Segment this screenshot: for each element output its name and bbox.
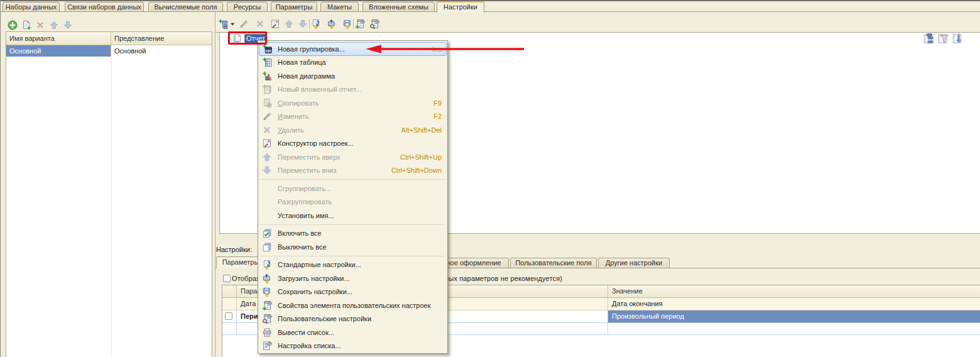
menu-item-22[interactable]: Свойства элемента пользовательских настр…	[259, 299, 447, 312]
list-cfg-icon	[262, 341, 272, 351]
arrow-down-dis-icon	[63, 20, 73, 30]
save-settings-icon	[342, 19, 352, 29]
menu-item-17[interactable]: Выключить все	[259, 240, 447, 254]
add-variant-button[interactable]	[8, 19, 19, 31]
menu-item-label: Установить имя...	[278, 212, 334, 219]
period-use-checkbox[interactable]	[225, 312, 232, 320]
menu-item-label: Новая таблица	[278, 58, 326, 66]
parameter-value-cell[interactable]: Дата окончания	[608, 298, 980, 310]
menu-item-label: Переместить вверх	[278, 153, 340, 161]
menu-item-10: Переместить внизCtrl+Shift+Down	[259, 164, 447, 178]
menu-item-4: Новый вложенный отчет...	[259, 83, 447, 97]
load-settings-button[interactable]	[327, 18, 339, 30]
menu-item-23[interactable]: Пользовательские настройки	[259, 312, 447, 326]
pencil-dis-icon	[239, 19, 249, 29]
arrow-up-dis-icon	[262, 152, 272, 162]
tab-3[interactable]: Вычисляемые поля	[148, 2, 223, 11]
tab-7[interactable]: Вложенные схемы	[362, 2, 435, 11]
settings-tab-3[interactable]: Пользовательские поля	[510, 258, 597, 268]
view-sort-button[interactable]	[952, 33, 964, 44]
save-settings-icon	[262, 287, 272, 297]
no-icon	[262, 197, 272, 207]
delete-x-dis-icon	[35, 20, 45, 30]
menu-item-shortcut: Ctrl+Shift+Up	[400, 153, 446, 161]
move-variant-up-button	[49, 19, 61, 31]
variants-table: Имя варианта Представление Основной Осно…	[6, 31, 212, 357]
variant-row[interactable]: Основной Основной	[6, 45, 212, 57]
menu-item-label: Настройка списка...	[278, 342, 341, 349]
variant-name-cell[interactable]: Основной	[6, 45, 111, 57]
pencil-dis-icon	[262, 111, 272, 121]
variants-column-divider	[111, 57, 112, 357]
no-icon	[262, 184, 272, 194]
menu-item-19[interactable]: Стандартные настройки...	[259, 258, 447, 272]
tab-1[interactable]: Наборы данных	[3, 2, 60, 11]
menu-item-label: Изменить	[278, 113, 309, 120]
props-settings-icon	[262, 300, 272, 310]
menu-item-label: Пользовательские настройки	[278, 315, 371, 322]
parameters-gutter-header	[222, 285, 237, 297]
menu-item-14[interactable]: Установить имя...	[259, 209, 447, 222]
tab-8[interactable]: Настройки	[437, 1, 484, 13]
menu-item-label: Скопировать	[278, 99, 319, 107]
no-icon	[262, 211, 272, 221]
parameters-column-value[interactable]: Значение	[608, 285, 980, 297]
add-variant-copy-button[interactable]	[21, 19, 33, 31]
data-composition-designer-window: Наборы данныхСвязи наборов данныхВычисля…	[0, 0, 980, 357]
settings-pane-label: Настройки:	[216, 246, 252, 253]
x-dis-icon	[262, 125, 272, 135]
settings-wizard-button[interactable]	[270, 18, 282, 30]
view-filter-button[interactable]	[938, 33, 949, 44]
top-tabbar-line	[0, 11, 980, 12]
new-group-icon	[262, 44, 272, 54]
tab-4[interactable]: Ресурсы	[227, 2, 268, 11]
std-settings-icon	[262, 260, 272, 270]
menu-item-8[interactable]: Конструктор настроек...	[259, 137, 447, 151]
add-copy-icon	[21, 20, 31, 30]
menu-item-label: Разгруппировать	[278, 198, 332, 206]
menu-item-20[interactable]: Загрузить настройки...	[259, 272, 447, 285]
user-settings-button[interactable]	[369, 18, 381, 30]
menu-item-5: СкопироватьF9	[259, 96, 447, 110]
user-settings-icon	[369, 19, 379, 29]
settings-tab-4[interactable]: Другие настройки	[598, 258, 670, 268]
menu-item-shortcut: F2	[433, 113, 446, 120]
delete-button	[255, 18, 267, 30]
menu-item-3[interactable]: Новая диаграмма	[259, 69, 447, 83]
menu-separator	[260, 256, 445, 256]
menu-item-label: Стандартные настройки...	[278, 261, 361, 268]
standard-settings-button[interactable]	[311, 18, 323, 30]
menu-item-2[interactable]: Новая таблица	[259, 56, 447, 70]
menu-item-label: Сгруппировать...	[278, 185, 331, 192]
x-dis-icon	[255, 19, 265, 29]
nested-dis-icon	[262, 84, 272, 94]
copy-dis-icon	[262, 98, 272, 108]
view-structure-button[interactable]	[923, 33, 935, 44]
menu-item-24[interactable]: Вывести список...	[259, 326, 447, 339]
menu-item-label: Новая диаграмма	[278, 72, 335, 80]
window-top-edge	[0, 0, 980, 1]
menu-item-21[interactable]: Сохранить настройки...	[259, 285, 447, 299]
user-setting-props-button[interactable]	[355, 18, 367, 30]
tab-5[interactable]: Параметры	[271, 2, 317, 11]
tab-6[interactable]: Макеты	[320, 2, 359, 11]
menu-item-25[interactable]: Настройка списка...	[259, 339, 447, 353]
arrow-down-dis-icon	[298, 19, 308, 29]
menu-separator	[260, 224, 445, 225]
disable-all-icon	[262, 242, 272, 252]
move-variant-down-button	[63, 19, 75, 31]
parameter-value-cell[interactable]: Произвольный период	[608, 310, 980, 322]
add-setting-item-button[interactable]	[218, 18, 236, 30]
menu-item-9: Переместить вверхCtrl+Shift+Up	[259, 150, 447, 164]
variants-column-presentation[interactable]: Представление	[111, 32, 212, 45]
variants-column-name[interactable]: Имя варианта	[6, 32, 111, 45]
show-unavailable-checkbox[interactable]	[223, 275, 231, 282]
menu-item-16[interactable]: Включить все	[259, 227, 447, 241]
variant-presentation-cell[interactable]: Основной	[111, 45, 212, 57]
menu-item-6: ИзменитьF2	[259, 110, 447, 124]
load-settings-icon	[327, 19, 337, 29]
toolbar-separator	[309, 19, 310, 29]
view-structure-icon	[923, 37, 934, 45]
tab-2[interactable]: Связи наборов данных	[65, 2, 144, 11]
context-menu: Новая группировка...InsНовая таблицаНова…	[258, 40, 448, 354]
